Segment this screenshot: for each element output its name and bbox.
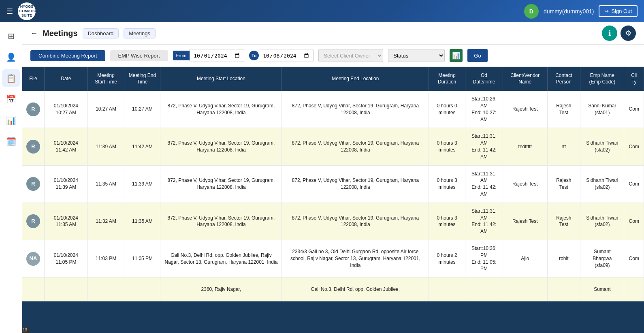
breadcrumb-meetings[interactable]: Meetings: [124, 28, 156, 38]
cell-file: R: [22, 128, 45, 165]
cell-end-location: 872, Phase V, Udyog Vihar, Sector 19, Gu…: [282, 128, 429, 165]
cell-od-datetime: Start:10:26: AMEnd: 10:27: AM: [465, 91, 503, 128]
cell-end-time: 10:27 AM: [124, 91, 160, 128]
sidebar-item-users[interactable]: 👤: [2, 48, 20, 66]
cell-date: 01/10/2024 11:39 AM: [45, 165, 88, 203]
sign-out-button[interactable]: ↪ Sign Out: [599, 5, 638, 17]
col-file: File: [22, 67, 45, 91]
cell-end-time: [124, 278, 160, 301]
info-icon-button[interactable]: ℹ: [602, 26, 617, 41]
cell-date: 01/10/2024 10:27 AM: [45, 91, 88, 128]
excel-export-button[interactable]: 📊: [450, 49, 463, 62]
cell-start-location: 872, Phase V, Udyog Vihar, Sector 19, Gu…: [160, 128, 282, 165]
col-start-time: Meeting Start Time: [87, 67, 124, 91]
cell-emp-name: Sidharth Tiwari (sfa02): [580, 165, 624, 203]
table-container[interactable]: File Date Meeting Start Time Meeting End…: [22, 67, 644, 333]
cell-file: R: [22, 165, 45, 203]
status-select[interactable]: Status: [388, 49, 445, 62]
breadcrumb-dashboard[interactable]: Dashboard: [83, 28, 119, 38]
client-owner-select[interactable]: Select Client Owner: [318, 49, 383, 62]
tab-emp-wise-report[interactable]: EMP Wise Report: [110, 50, 168, 61]
table-row[interactable]: NA01/10/2024 11:05 PM11:03 PM11:05 PMGal…: [22, 240, 644, 277]
cell-end-location: Gali No.3, Delhi Rd, opp. Golden Jubliee…: [282, 278, 429, 301]
col-end-location: Meeting End Location: [282, 67, 429, 91]
cell-client-name: Rajesh Test: [503, 91, 547, 128]
top-navigation: ☰ NYGGS AUTOMATION SUITE D dummy(dummy00…: [0, 0, 644, 22]
page-header: ← Meetings Dashboard Meetings ℹ ⚙: [22, 22, 644, 45]
toolbar: Combine Meeting Report EMP Wise Report F…: [22, 45, 644, 67]
cell-duration: 0 hours 2 minutes: [429, 240, 465, 277]
to-date-input[interactable]: [259, 49, 313, 62]
cell-date: 01/10/2024 11:05 PM: [45, 240, 88, 277]
cell-contact-person: [547, 278, 580, 301]
cell-contact-person: Rajesh Test: [547, 203, 580, 240]
go-button[interactable]: Go: [467, 49, 487, 62]
cell-client-name: tedttttt: [503, 128, 547, 165]
sidebar-item-calendar[interactable]: 📅: [2, 90, 20, 108]
table-row[interactable]: R01/10/2024 11:39 AM11:35 AM11:39 AM872,…: [22, 165, 644, 203]
table-row[interactable]: R01/10/2024 11:42 AM11:39 AM11:42 AM872,…: [22, 128, 644, 165]
sidebar-item-grid[interactable]: ⊞: [2, 27, 20, 45]
sidebar-item-analytics[interactable]: 📊: [2, 111, 20, 129]
sidebar-item-documents[interactable]: 📋: [2, 69, 20, 87]
main-content: ← Meetings Dashboard Meetings ℹ ⚙ Combin…: [22, 22, 644, 333]
table-header: File Date Meeting Start Time Meeting End…: [22, 67, 644, 91]
cell-emp-name: Sumant Bhargwa (sfa09): [580, 240, 624, 277]
cell-file: NA: [22, 240, 45, 277]
cell-end-time: 11:42 AM: [124, 128, 160, 165]
sign-out-icon: ↪: [604, 8, 609, 14]
sidebar-item-schedule[interactable]: 🗓️: [2, 132, 20, 150]
cell-client-name: Rajesh Test: [503, 203, 547, 240]
to-date-group: To: [249, 49, 313, 62]
col-duration: Meeting Duration: [429, 67, 465, 91]
tab-combine-meeting-report[interactable]: Combine Meeting Report: [30, 50, 105, 61]
table-row[interactable]: R01/10/2024 10:27 AM10:27 AM10:27 AM872,…: [22, 91, 644, 128]
col-cli-ty: Cli Ty: [624, 67, 644, 91]
cell-client-name: Rajesh Test: [503, 165, 547, 203]
cell-end-location: 872, Phase V, Udyog Vihar, Sector 19, Gu…: [282, 91, 429, 128]
cell-contact-person: rohit: [547, 240, 580, 277]
logo: NYGGS AUTOMATION SUITE: [18, 2, 36, 20]
cell-emp-name: Sanni Kumar (sfa01): [580, 91, 624, 128]
cell-cli-ty: Com: [624, 240, 644, 277]
cell-od-datetime: Start:11:31: AMEnd: 11:42: AM: [465, 165, 503, 203]
cell-emp-name: Sidharth Tiwari (sfa02): [580, 203, 624, 240]
cell-date: 01/10/2024 11:42 AM: [45, 128, 88, 165]
from-date-group: From: [173, 49, 245, 62]
excel-icon: 📊: [452, 52, 460, 60]
cell-date: 01/10/2024 11:35 AM: [45, 203, 88, 240]
back-button[interactable]: ←: [30, 29, 38, 38]
avatar: D: [524, 4, 539, 19]
cell-od-datetime: Start:11:31: AMEnd: 11:42: AM: [465, 203, 503, 240]
cell-end-time: 11:39 AM: [124, 165, 160, 203]
cell-start-time: 11:35 AM: [87, 165, 124, 203]
table-row[interactable]: 2360, Rajiv Nagar,Gali No.3, Delhi Rd, o…: [22, 278, 644, 301]
cell-end-time: 11:35 AM: [124, 203, 160, 240]
cell-client-name: Ajio: [503, 240, 547, 277]
cell-start-time: 10:27 AM: [87, 91, 124, 128]
from-label: From: [173, 51, 190, 60]
col-od-datetime: Od Date/Time: [465, 67, 503, 91]
meetings-table: File Date Meeting Start Time Meeting End…: [22, 67, 644, 301]
cell-cli-ty: [624, 278, 644, 301]
cell-emp-name: Sidharth Tiwari (sfa02): [580, 128, 624, 165]
nav-right: D dummy(dummy001) ↪ Sign Out: [524, 4, 638, 19]
cell-start-location: Gali No.3, Delhi Rd, opp. Golden Jubliee…: [160, 240, 282, 277]
cell-start-location: 872, Phase V, Udyog Vihar, Sector 19, Gu…: [160, 165, 282, 203]
table-row[interactable]: R01/10/2024 11:35 AM11:32 AM11:35 AM872,…: [22, 203, 644, 240]
settings-icon-button[interactable]: ⚙: [621, 26, 636, 41]
cell-cli-ty: Com: [624, 165, 644, 203]
cell-contact-person: Rajesh Test: [547, 91, 580, 128]
col-date: Date: [45, 67, 88, 91]
from-date-input[interactable]: [190, 49, 244, 62]
hamburger-icon[interactable]: ☰: [6, 7, 13, 16]
cell-file: [22, 278, 45, 301]
nav-left: ☰ NYGGS AUTOMATION SUITE: [6, 2, 36, 20]
cell-od-datetime: Start:11:31: AMEnd: 11:42: AM: [465, 128, 503, 165]
sign-out-label: Sign Out: [611, 8, 632, 14]
cell-start-time: 11:39 AM: [87, 128, 124, 165]
cell-end-location: 872, Phase V, Udyog Vihar, Sector 19, Gu…: [282, 165, 429, 203]
user-name: dummy(dummy001): [544, 8, 594, 15]
cell-contact-person: rtt: [547, 128, 580, 165]
cell-contact-person: Rajesh Test: [547, 165, 580, 203]
